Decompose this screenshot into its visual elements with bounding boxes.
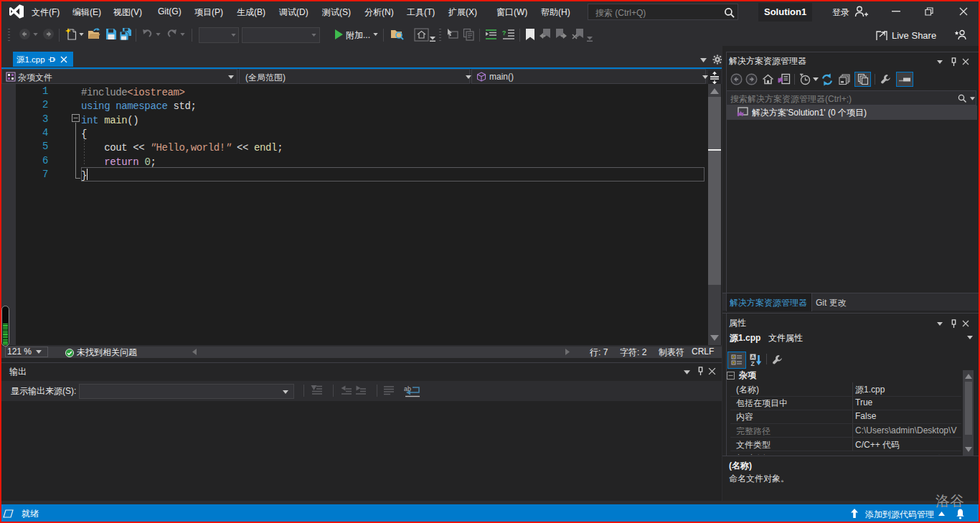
svg-text:?: ? [502,30,506,37]
svg-text:Z: Z [751,360,755,367]
